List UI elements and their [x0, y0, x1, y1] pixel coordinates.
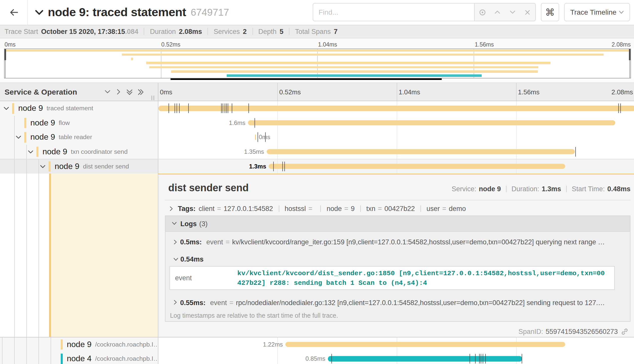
log-entry[interactable]: 0.55ms:event=rpc/nodedialer/nodedialer.g… — [165, 290, 630, 306]
tag-item: client=127.0.0.1:54582 — [199, 205, 273, 212]
next-result-icon[interactable] — [509, 9, 516, 16]
log-entry-header[interactable]: 0.54ms — [165, 252, 630, 263]
span-name-column[interactable]: node 9table reader — [0, 130, 158, 144]
tree-guide — [14, 337, 14, 352]
span-track[interactable]: 1.22ms — [158, 337, 634, 352]
tag-item: hostssl= — [285, 205, 315, 212]
tree-guide — [14, 173, 14, 337]
meta-label: Start Time: — [572, 185, 605, 192]
span-track[interactable]: 1.3ms — [158, 159, 634, 173]
span-row[interactable]: node 9txn coordinator send1.35ms — [0, 144, 634, 159]
tree-guide — [14, 144, 14, 159]
column-resizer-grip[interactable] — [151, 96, 154, 100]
tags-row[interactable]: Tags:client=127.0.0.1:54582hostssl=node=… — [168, 205, 630, 213]
span-row[interactable]: node 9table reader0ms — [0, 130, 634, 144]
ruler-tick-label: 1.56ms — [518, 88, 539, 96]
tree-guide — [26, 337, 27, 352]
span-log-tick — [469, 354, 470, 364]
span-row[interactable]: node 4/cockroach.roachpb.I…0.85ms — [0, 352, 634, 364]
spanid-label: SpanID: — [518, 328, 543, 335]
tag-divider — [321, 206, 321, 212]
spanid-value: 5597415943526560273 — [546, 328, 618, 335]
log-entry-expanded: 0.54mseventkv/kvclient/kvcoord/dist_send… — [165, 252, 630, 290]
summary-divider — [144, 28, 144, 35]
trace-title-group[interactable]: node 9: traced statement 6749717 — [28, 6, 312, 19]
span-duration-bar[interactable] — [255, 135, 256, 140]
service-color-bar — [49, 161, 51, 171]
span-duration-bar[interactable] — [328, 356, 522, 361]
logs-header[interactable]: Logs(3) — [165, 216, 630, 232]
back-button[interactable] — [0, 0, 28, 25]
logs-footnote: Log timestamps are relative to the start… — [165, 306, 630, 321]
summary-item: Depth5 — [258, 28, 283, 35]
log-equals: = — [226, 238, 230, 246]
span-expander-chevron-icon[interactable] — [27, 148, 34, 156]
detail-divider — [165, 200, 630, 200]
span-expander-chevron-icon[interactable] — [15, 134, 22, 141]
log-field-value: rpc/nodedialer/nodedialer.go:132 [n9,cli… — [236, 299, 626, 306]
span-log-tick — [475, 354, 476, 364]
span-log-tick — [225, 104, 225, 113]
span-log-tick — [232, 104, 232, 113]
tree-guide — [26, 352, 27, 364]
span-row[interactable]: node 9/cockroach.roachpb.I…1.22ms — [0, 337, 634, 352]
trace-minimap[interactable] — [4, 49, 631, 78]
span-expander-chevron-icon[interactable] — [39, 163, 47, 170]
locate-icon[interactable] — [478, 9, 486, 16]
minimap-scrubber-handle[interactable] — [629, 49, 630, 60]
timeline-header-left: Service & Operation — [0, 83, 158, 101]
span-duration-bar[interactable] — [158, 106, 634, 111]
span-row[interactable]: node 9dist sender send1.3ms — [0, 159, 634, 173]
service-color-bar — [61, 354, 63, 364]
span-log-tick — [177, 104, 177, 113]
span-name-column[interactable]: node 9txn coordinator send — [0, 144, 158, 159]
logs-title: Logs — [180, 220, 197, 227]
span-name-column[interactable]: node 4/cockroach.roachpb.I… — [0, 352, 158, 364]
span-log-tick — [168, 104, 169, 113]
span-name-column[interactable]: node 9traced statement — [0, 101, 158, 116]
span-track[interactable] — [158, 101, 634, 116]
operation-name: /cockroach.roachpb.I… — [95, 341, 158, 348]
service-name: node 9 — [30, 133, 55, 142]
span-duration-bar[interactable] — [269, 164, 565, 169]
span-track[interactable]: 1.6ms — [158, 116, 634, 130]
log-chevron-icon — [173, 238, 178, 246]
span-duration-bar[interactable] — [285, 342, 565, 347]
tags-title: Tags: — [178, 205, 196, 212]
span-row[interactable]: node 9traced statement — [0, 101, 634, 116]
collapse-one-icon[interactable] — [126, 88, 134, 96]
span-track[interactable]: 1.35ms — [158, 144, 634, 159]
find-input[interactable] — [312, 3, 474, 22]
keyboard-shortcuts-button[interactable]: ⌘ — [541, 3, 559, 22]
minimap-span-bar — [122, 54, 603, 56]
tree-guide — [14, 130, 14, 144]
tag-equals: = — [308, 205, 312, 212]
span-track[interactable]: 0ms — [158, 130, 634, 144]
trace-view-select[interactable]: Trace Timeline — [564, 3, 630, 22]
log-entry[interactable]: 0.5ms:event=kv/kvclient/kvcoord/range_it… — [165, 232, 630, 252]
minimap-tick-label: 1.04ms — [318, 41, 337, 48]
log-equals: = — [229, 299, 234, 306]
tag-item: node=9 — [327, 205, 355, 212]
span-duration-label: 1.3ms — [249, 163, 266, 170]
ruler-tick-label: 1.04ms — [399, 88, 420, 96]
meta-divider — [506, 185, 506, 192]
deep-link-icon[interactable] — [621, 328, 628, 335]
span-name-column[interactable]: node 9/cockroach.roachpb.I… — [0, 337, 158, 352]
prev-result-icon[interactable] — [494, 9, 501, 16]
span-duration-bar[interactable] — [248, 120, 615, 125]
collapse-all-icon[interactable] — [103, 88, 112, 96]
expand-one-icon[interactable] — [115, 88, 123, 96]
span-row[interactable]: node 9flow1.6ms — [0, 116, 634, 130]
span-duration-bar[interactable] — [266, 149, 575, 154]
clear-find-icon[interactable] — [524, 9, 531, 16]
expand-all-icon[interactable] — [137, 88, 145, 96]
span-track[interactable]: 0.85ms — [158, 352, 634, 364]
log-timestamp: 0.55ms: — [180, 299, 206, 306]
minimap-scrubber-handle[interactable] — [4, 49, 6, 60]
back-arrow-icon — [9, 8, 18, 17]
span-expander-chevron-icon[interactable] — [3, 105, 10, 112]
minimap-span-bar — [146, 62, 551, 64]
span-name-column[interactable]: node 9dist sender send — [0, 159, 158, 173]
span-name-column[interactable]: node 9flow — [0, 116, 158, 130]
